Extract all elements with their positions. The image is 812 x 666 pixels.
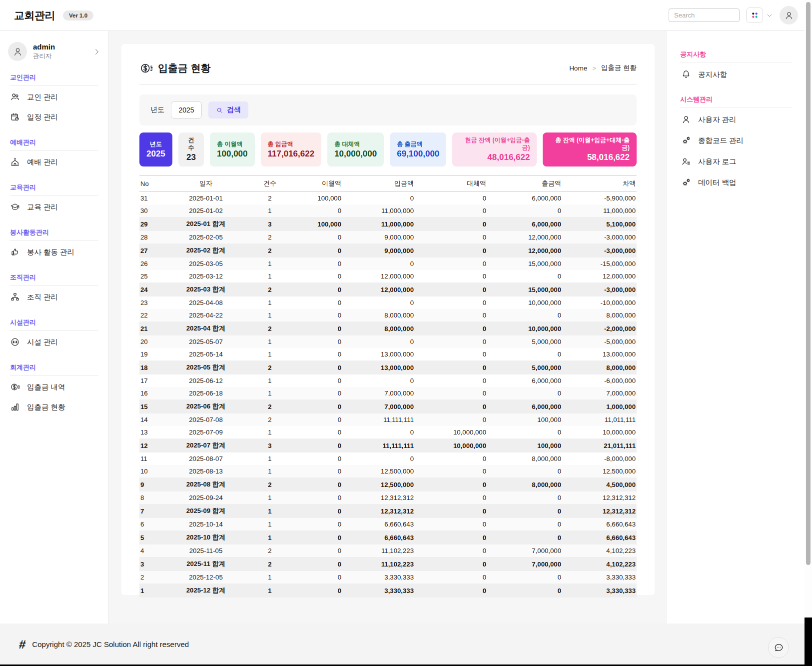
- cell-carry: 0: [290, 518, 342, 530]
- table-row: 62025-10-14106,660,643006,660,643: [139, 518, 637, 530]
- cell-withdraw: 12,000,000: [487, 231, 562, 244]
- summary-card-value: 10,000,000: [334, 149, 377, 159]
- sidebar-section-title: 조직관리: [10, 273, 98, 286]
- sidebar-section: 시설관리시설 관리: [0, 318, 108, 351]
- filter-bar: 년도 검색: [139, 94, 637, 126]
- cell-diff: 7,000,000: [562, 387, 637, 400]
- app-logo: 교회관리: [14, 8, 55, 22]
- apps-grid-button[interactable]: [746, 8, 763, 23]
- summary-cards: 년도2025건수23총 이월액100,000총 입금액117,016,622총 …: [139, 132, 637, 166]
- cell-deposit: 0: [342, 258, 415, 270]
- cell-no: 18: [139, 360, 162, 374]
- cell-carry: 0: [290, 244, 342, 258]
- right-sidebar-item-label: 종합코드 관리: [698, 136, 744, 146]
- cell-carry: 0: [290, 282, 342, 296]
- sidebar-item[interactable]: 예배 관리: [0, 153, 108, 171]
- cell-withdraw: 5,000,000: [487, 360, 562, 374]
- sidebar-item[interactable]: 일정 관리: [0, 108, 108, 126]
- user-avatar[interactable]: [780, 6, 798, 24]
- summary-card: 총 잔액 (이월+입금+대체-출금)58,016,622: [543, 132, 637, 166]
- chat-button[interactable]: [768, 637, 789, 658]
- chat-bubble-icon: [774, 642, 784, 653]
- cell-no: 24: [139, 282, 162, 296]
- cell-withdraw: 0: [487, 270, 562, 282]
- profile-card[interactable]: admin 관리자: [8, 42, 100, 61]
- chevron-down-icon[interactable]: [766, 12, 773, 19]
- right-sidebar-item[interactable]: 데이터 백업: [680, 173, 792, 192]
- right-sidebar-item[interactable]: 종합코드 관리: [680, 131, 792, 150]
- cell-withdraw: 0: [487, 204, 562, 217]
- right-sidebar-item[interactable]: 공지사항: [680, 65, 792, 84]
- cell-transfer: 0: [415, 530, 487, 544]
- version-badge: Ver 1.0: [63, 10, 93, 20]
- right-sidebar-item[interactable]: 사용자 관리: [680, 110, 792, 129]
- cell-carry: 0: [290, 478, 342, 492]
- scrollbar-thumb[interactable]: [806, 2, 811, 565]
- church-management-app: 교회관리 Ver 1.0 admin 관리자 교인관리교인 관리일정 관리예배관…: [0, 0, 812, 666]
- cell-cnt: 1: [250, 518, 290, 530]
- sidebar-item[interactable]: 입출금 내역: [0, 378, 108, 396]
- search-input[interactable]: [669, 8, 740, 22]
- table-row: 222025-04-22108,000,000008,000,000: [139, 309, 637, 322]
- right-sidebar-item[interactable]: 사용자 로그: [680, 152, 792, 171]
- sidebar-item[interactable]: 교육 관리: [0, 198, 108, 216]
- cell-carry: 100,000: [290, 192, 342, 205]
- cell-date: 2025-06 합계: [162, 400, 250, 414]
- cell-no: 5: [139, 530, 162, 544]
- cell-withdraw: 7,000,000: [487, 544, 562, 557]
- cell-deposit: 0: [342, 296, 415, 309]
- main-area: 입출금 현황 Home > 입출금 현황 년도 검색 년도2025건수23총 이…: [109, 31, 667, 624]
- table-header-row: No일자건수이월액입금액대체액출금액차액: [139, 176, 637, 192]
- chevron-right-icon[interactable]: [93, 48, 100, 56]
- cell-withdraw: 0: [487, 387, 562, 400]
- year-input[interactable]: [171, 102, 202, 118]
- apps-menu[interactable]: [746, 8, 773, 23]
- sidebar-section-title: 시설관리: [10, 318, 98, 331]
- cell-diff: 3,330,333: [562, 584, 637, 598]
- summary-card-value: 69,100,000: [397, 149, 439, 159]
- sidebar-item[interactable]: 조직 관리: [0, 288, 108, 306]
- search-button[interactable]: 검색: [208, 102, 248, 118]
- summary-card-value: 2025: [146, 149, 165, 159]
- cell-cnt: 2: [250, 544, 290, 557]
- cell-no: 13: [139, 426, 162, 438]
- cell-withdraw: 0: [487, 465, 562, 478]
- table-total-row: 72025-09 합계1012,312,3120012,312,312: [139, 504, 637, 518]
- cell-date: 2025-02-05: [162, 231, 250, 244]
- cell-cnt: 2: [250, 360, 290, 374]
- cell-diff: -15,000,000: [562, 258, 637, 270]
- sidebar-item[interactable]: 시설 관리: [0, 333, 108, 351]
- cell-cnt: 2: [250, 557, 290, 571]
- cell-no: 3: [139, 557, 162, 571]
- cell-deposit: 8,000,000: [342, 322, 415, 336]
- person-icon: [681, 114, 691, 124]
- cell-diff: -6,000,000: [562, 374, 637, 387]
- cell-deposit: 13,000,000: [342, 360, 415, 374]
- cell-no: 16: [139, 387, 162, 400]
- sidebar-item[interactable]: 입출금 현황: [0, 398, 108, 416]
- summary-card: 총 대체액10,000,000: [327, 132, 384, 166]
- sidebar-item[interactable]: 교인 관리: [0, 88, 108, 106]
- title-row: 입출금 현황 Home > 입출금 현황: [139, 58, 637, 78]
- cell-diff: -2,000,000: [562, 322, 637, 336]
- cell-no: 19: [139, 348, 162, 360]
- search-icon: [216, 106, 223, 114]
- table-row: 22025-12-05103,330,333003,330,333: [139, 571, 637, 584]
- cell-transfer: 0: [415, 374, 487, 387]
- column-header-carry: 이월액: [290, 176, 342, 192]
- column-header-deposit: 입금액: [342, 176, 415, 192]
- cell-withdraw: 6,000,000: [487, 217, 562, 231]
- cell-deposit: 11,102,223: [342, 544, 415, 557]
- sidebar-item[interactable]: 봉사 활동 관리: [0, 243, 108, 261]
- gears-icon: [681, 178, 691, 188]
- right-sidebar-item-label: 사용자 로그: [698, 157, 737, 166]
- table-total-row: 122025-07 합계3011,111,11110,000,000100,00…: [139, 438, 637, 452]
- table-total-row: 242025-03 합계2012,000,000015,000,000-3,00…: [139, 282, 637, 296]
- cell-carry: 0: [290, 438, 342, 452]
- cell-no: 30: [139, 204, 162, 217]
- cell-diff: 10,000,000: [562, 426, 637, 438]
- breadcrumb-home[interactable]: Home: [569, 64, 587, 72]
- cell-carry: 0: [290, 309, 342, 322]
- cell-diff: 12,500,000: [562, 465, 637, 478]
- cell-no: 14: [139, 414, 162, 426]
